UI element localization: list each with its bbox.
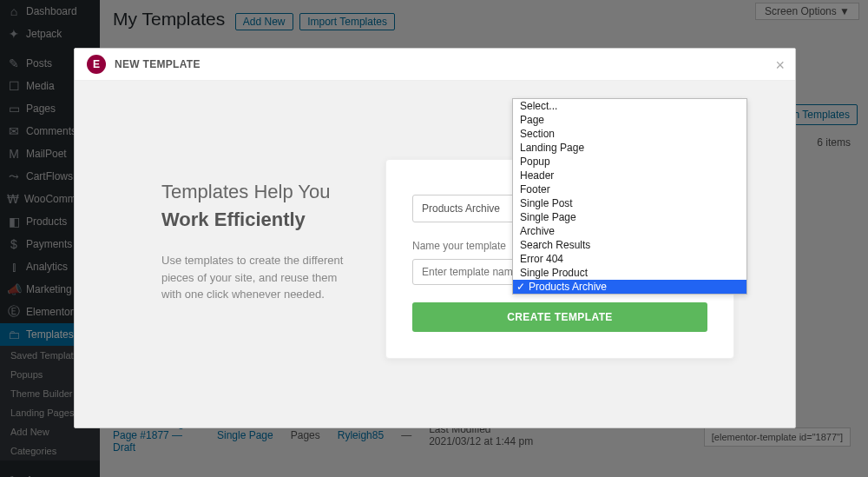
elementor-logo-icon: E <box>87 55 106 74</box>
close-icon[interactable]: × <box>775 56 785 75</box>
dropdown-option-select-[interactable]: Select... <box>513 99 746 113</box>
dropdown-option-section[interactable]: Section <box>513 127 746 141</box>
dropdown-option-single-post[interactable]: Single Post <box>513 196 746 210</box>
modal-left-column: Templates Help You Work Efficiently Use … <box>101 107 422 428</box>
select-value: Products Archive <box>422 202 500 215</box>
modal-header: E NEW TEMPLATE × <box>75 49 795 81</box>
dropdown-option-footer[interactable]: Footer <box>513 182 746 196</box>
dropdown-option-error-404[interactable]: Error 404 <box>513 252 746 266</box>
dropdown-option-header[interactable]: Header <box>513 169 746 182</box>
dropdown-option-products-archive[interactable]: Products Archive <box>513 280 746 294</box>
modal-headline: Templates Help You Work Efficiently <box>161 181 422 231</box>
create-template-button[interactable]: CREATE TEMPLATE <box>412 302 707 332</box>
modal-title: NEW TEMPLATE <box>115 58 201 70</box>
modal-description: Use templates to create the different pi… <box>161 252 344 303</box>
dropdown-option-single-product[interactable]: Single Product <box>513 266 746 280</box>
dropdown-option-landing-page[interactable]: Landing Page <box>513 141 746 155</box>
template-type-dropdown: Select...PageSectionLanding PagePopupHea… <box>512 98 747 295</box>
dropdown-option-single-page[interactable]: Single Page <box>513 210 746 224</box>
dropdown-option-page[interactable]: Page <box>513 113 746 127</box>
dropdown-option-search-results[interactable]: Search Results <box>513 238 746 252</box>
dropdown-option-archive[interactable]: Archive <box>513 224 746 238</box>
dropdown-option-popup[interactable]: Popup <box>513 155 746 169</box>
new-template-modal: E NEW TEMPLATE × Templates Help You Work… <box>74 48 796 428</box>
